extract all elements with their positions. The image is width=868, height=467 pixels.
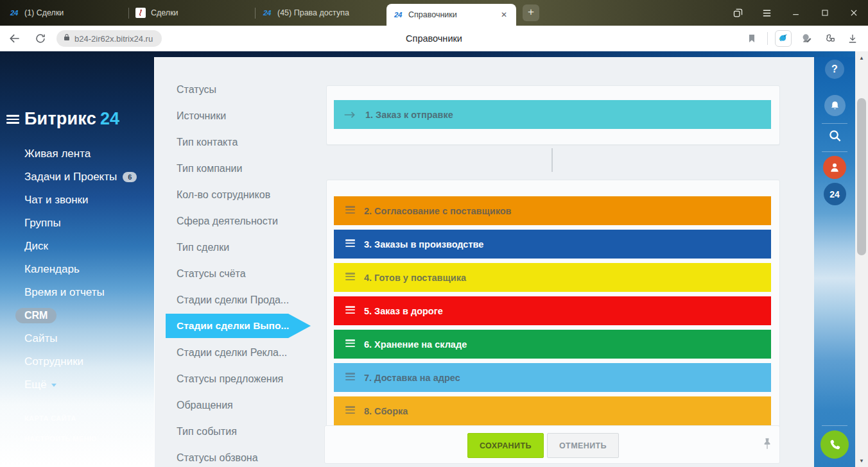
stage-row-4[interactable]: 4. Готов у поставщика <box>334 263 771 292</box>
browser-tab-1[interactable]: 24(1) Сделки <box>3 0 128 26</box>
bookmark-icon[interactable] <box>742 28 762 49</box>
tab-search-icon[interactable] <box>724 0 752 26</box>
minimize-button[interactable] <box>781 0 810 26</box>
window-controls <box>724 0 868 26</box>
sidebar-footer-link-1[interactable]: КАРТА САЙТА <box>0 408 154 429</box>
sidebar-item-7[interactable]: Время и отчеты <box>0 281 154 304</box>
directory-item-15[interactable]: Статусы обзвона <box>155 445 324 467</box>
stage-row-3[interactable]: 3. Заказы в производстве <box>334 230 771 259</box>
directory-item-9[interactable]: Стадии сделки Прода... <box>155 287 324 313</box>
page-scrollbar[interactable]: ▲ ▼ <box>855 51 868 467</box>
sidebar-item-6[interactable]: Календарь <box>0 258 154 281</box>
directory-item-12[interactable]: Статусы предложения <box>155 366 324 392</box>
first-stage-card: 1. Заказ к отправке <box>326 85 780 145</box>
directory-item-11[interactable]: Стадии сделки Рекла... <box>155 339 324 366</box>
tab-close-icon[interactable]: ✕ <box>498 9 510 21</box>
logo-24: 24 <box>100 109 119 128</box>
help-icon: ? <box>825 60 844 79</box>
scroll-up-arrow[interactable]: ▲ <box>855 53 868 63</box>
sidebar-menu-icon[interactable] <box>6 115 19 125</box>
sidebar-item-4[interactable]: Группы <box>0 212 154 235</box>
address-bar[interactable]: b24-2ir62x.bitrix24.ru <box>56 30 162 47</box>
sidebar-item-label: Чат и звонки <box>24 194 89 207</box>
refresh-icon[interactable] <box>30 28 51 49</box>
sidebar-item-label: Задачи и Проекты <box>24 171 117 183</box>
sidebar-footer-link-2[interactable]: НАСТРОИТЬ МЕНЮ <box>0 429 154 449</box>
stage-row-6[interactable]: 6. Хранение на складе <box>334 330 771 359</box>
toolbar-divider <box>767 32 768 45</box>
stage-row-8[interactable]: 8. Сборка <box>334 396 771 425</box>
tab-favicon <box>135 8 146 18</box>
drag-handle-icon[interactable] <box>345 239 355 248</box>
stage-row-2[interactable]: 2. Согласование с поставщиков <box>334 196 771 225</box>
chevron-down-icon <box>51 384 56 387</box>
directory-item-10[interactable]: Стадии сделки Выпо... <box>166 314 311 338</box>
stage-row-first[interactable]: 1. Заказ к отправке <box>334 100 771 129</box>
sidebar-item-9[interactable]: Сайты <box>0 327 154 350</box>
directory-item-2[interactable]: Источники <box>155 103 324 129</box>
back-icon[interactable] <box>4 28 26 49</box>
lock-icon <box>63 33 71 44</box>
scrollbar-thumb[interactable] <box>857 98 866 255</box>
bitrix24-logo[interactable]: Битрикс24 <box>24 109 119 129</box>
stage-row-7[interactable]: 7. Доставка на адрес <box>334 363 771 392</box>
tab-favicon: 24 <box>262 8 272 18</box>
sidebar-item-label: Живая лента <box>24 148 91 160</box>
browser-tab-2[interactable]: Сделки <box>129 0 255 26</box>
sidebar-footer-link-3[interactable]: ПРИГЛАСИТЬ СОТРУДНИКОВ <box>0 449 154 467</box>
drag-handle-icon[interactable] <box>345 339 355 348</box>
browser-tab-4[interactable]: 24Справочники✕ <box>386 4 516 26</box>
scroll-down-arrow[interactable]: ▼ <box>855 455 868 466</box>
browser-tab-strip: 24(1) СделкиСделки24(45) Права доступа24… <box>0 0 868 26</box>
sidebar-item-label: Диск <box>24 240 48 253</box>
directory-item-5[interactable]: Кол-во сотрудников <box>155 182 324 208</box>
new-tab-button[interactable]: + <box>523 4 539 21</box>
drag-handle-icon[interactable] <box>345 206 355 215</box>
drag-handle-icon[interactable] <box>345 273 355 282</box>
help-button[interactable]: ? <box>814 60 855 79</box>
drag-handle-icon[interactable] <box>345 373 355 382</box>
sidebar-item-10[interactable]: Сотрудники <box>0 350 154 373</box>
directory-item-8[interactable]: Статусы счёта <box>155 260 324 287</box>
sidebar-item-8[interactable]: CRM <box>0 304 154 327</box>
sidebar-item-1[interactable]: Живая лента <box>0 142 154 166</box>
notifications-button[interactable] <box>814 95 855 116</box>
collections-icon[interactable] <box>819 28 840 49</box>
stage-label: 1. Заказ к отправке <box>365 110 453 120</box>
directory-item-1[interactable]: Статусы <box>155 76 324 103</box>
stage-row-5[interactable]: 5. Заказ в дороге <box>334 296 771 325</box>
bitrix24-badge[interactable]: 24 <box>814 183 855 205</box>
page-top-strip <box>154 51 855 57</box>
browser-menu-icon[interactable] <box>752 0 781 26</box>
search-icon <box>828 128 842 146</box>
sidebar-item-11[interactable]: Ещё <box>0 373 154 396</box>
browser-tab-3[interactable]: 24(45) Права доступа <box>256 0 381 26</box>
directory-item-3[interactable]: Тип контакта <box>155 129 324 155</box>
maximize-button[interactable] <box>810 0 839 26</box>
sidebar-item-label: Сайты <box>24 332 57 345</box>
profile-extension-icon[interactable] <box>796 28 817 49</box>
download-icon[interactable] <box>842 28 863 49</box>
browser-toolbar: b24-2ir62x.bitrix24.ru Справочники <box>0 26 868 51</box>
directory-item-4[interactable]: Тип компании <box>155 155 324 182</box>
task-count-badge: 6 <box>123 172 137 182</box>
cancel-button[interactable]: ОТМЕНИТЬ <box>547 433 619 458</box>
sidebar-item-label: Сотрудники <box>24 355 83 368</box>
pin-icon[interactable] <box>763 437 772 454</box>
directory-item-13[interactable]: Обращения <box>155 392 324 418</box>
phone-button[interactable] <box>814 430 855 459</box>
directory-item-14[interactable]: Тип события <box>155 418 324 445</box>
bird-extension-icon[interactable] <box>773 28 794 49</box>
sidebar-item-3[interactable]: Чат и звонки <box>0 189 154 212</box>
save-button[interactable]: СОХРАНИТЬ <box>467 433 544 458</box>
directory-item-7[interactable]: Тип сделки <box>155 234 324 260</box>
directory-item-6[interactable]: Сфера деятельности <box>155 208 324 234</box>
sidebar-item-5[interactable]: Диск <box>0 235 154 258</box>
close-button[interactable] <box>839 0 868 26</box>
sidebar-item-2[interactable]: Задачи и Проекты6 <box>0 166 154 189</box>
search-button[interactable] <box>814 128 855 146</box>
drag-handle-icon[interactable] <box>345 406 355 415</box>
sidebar-item-label: Календарь <box>24 263 80 276</box>
profile-avatar[interactable] <box>814 156 855 179</box>
drag-handle-icon[interactable] <box>345 306 355 315</box>
